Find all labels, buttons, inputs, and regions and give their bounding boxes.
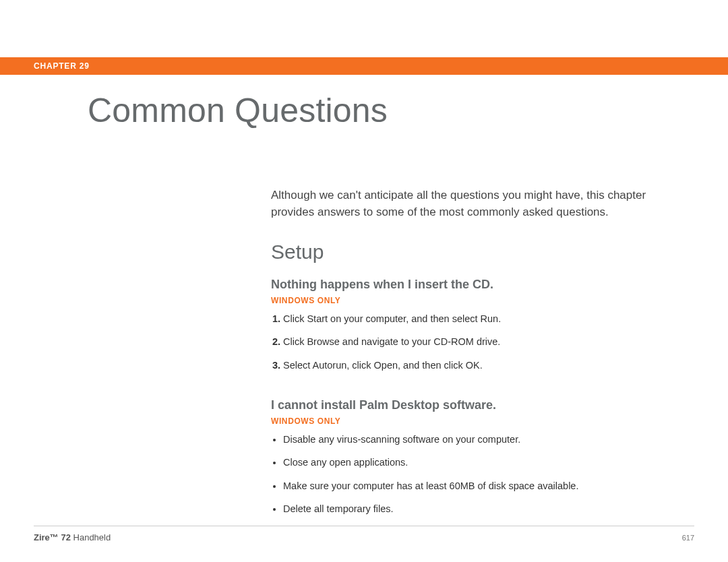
bullet-list: Disable any virus-scanning software on y…: [271, 433, 675, 516]
step-item: Click Start on your computer, and then s…: [283, 312, 675, 325]
bullet-item: Make sure your computer has at least 60M…: [283, 479, 675, 493]
question-heading: Nothing happens when I insert the CD.: [271, 278, 675, 292]
bullet-item: Close any open applications.: [283, 456, 675, 469]
step-item: Select Autorun, click Open, and then cli…: [283, 358, 675, 372]
chapter-label: CHAPTER 29: [34, 61, 90, 71]
qa-block-install-desktop: I cannot install Palm Desktop software. …: [271, 398, 675, 525]
bullet-item: Delete all temporary files.: [283, 502, 675, 516]
section-heading-setup: Setup: [271, 241, 324, 263]
question-heading: I cannot install Palm Desktop software.: [271, 398, 675, 412]
footer-product-name: Zire™ 72 Handheld: [34, 532, 111, 542]
footer-divider: [34, 526, 694, 526]
steps-list: Click Start on your computer, and then s…: [271, 312, 675, 372]
footer-product-rest: Handheld: [71, 532, 111, 542]
footer-page-number: 617: [682, 534, 694, 542]
footer-product-bold: Zire™ 72: [34, 532, 71, 542]
platform-badge: WINDOWS ONLY: [271, 296, 675, 305]
step-item: Click Browse and navigate to your CD-ROM…: [283, 335, 675, 348]
page-title: Common Questions: [88, 91, 388, 130]
bullet-item: Disable any virus-scanning software on y…: [283, 433, 675, 446]
intro-paragraph: Although we can't anticipate all the que…: [271, 187, 655, 220]
platform-badge: WINDOWS ONLY: [271, 416, 675, 426]
chapter-header-bar: CHAPTER 29: [0, 57, 728, 75]
qa-block-insert-cd: Nothing happens when I insert the CD. WI…: [271, 278, 675, 381]
